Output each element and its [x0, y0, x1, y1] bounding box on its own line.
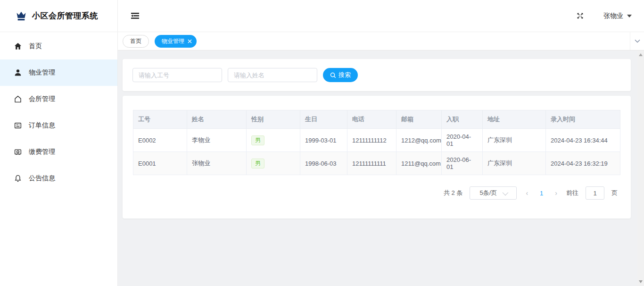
- logo: 小区会所管理系统: [0, 0, 118, 32]
- main-area: 首页 物业管理 搜索: [118, 32, 644, 286]
- tab-label: 首页: [130, 37, 141, 45]
- gender-tag: 男: [251, 159, 264, 168]
- app-title: 小区会所管理系统: [32, 10, 98, 21]
- chevron-down-icon: [503, 189, 509, 195]
- search-button[interactable]: 搜索: [323, 68, 358, 82]
- col-name: 姓名: [187, 110, 247, 129]
- prev-page-button[interactable]: ‹: [524, 189, 530, 197]
- cell-gender: 男: [247, 152, 300, 175]
- col-employee-id: 工号: [133, 110, 187, 129]
- user-icon: [14, 68, 22, 77]
- app-header: 小区会所管理系统 张物业: [0, 0, 644, 32]
- name-input[interactable]: [228, 68, 317, 82]
- pagination: 共 2 条 5条/页 ‹ 1 › 前往 页: [133, 186, 620, 200]
- sidebar-item-label: 会所管理: [29, 95, 55, 103]
- sidebar-item-home[interactable]: 首页: [0, 33, 117, 59]
- page-size-value: 5条/页: [480, 189, 497, 197]
- search-icon: [330, 72, 336, 78]
- table-row: E0002 李物业 男 1999-03-01 12111111112 1212@…: [133, 129, 620, 152]
- collapse-menu-icon[interactable]: [131, 12, 139, 19]
- col-birthday: 生日: [300, 110, 347, 129]
- cell-phone: 12111111112: [347, 129, 396, 152]
- header-toolbar: 张物业: [118, 0, 644, 32]
- tab-home[interactable]: 首页: [123, 35, 149, 48]
- scroll-down-icon[interactable]: [639, 280, 643, 283]
- sidebar-item-payments[interactable]: 缴费管理: [0, 139, 117, 165]
- cell-name: 张物业: [187, 152, 247, 175]
- search-button-label: 搜索: [339, 71, 351, 79]
- goto-page-input[interactable]: [586, 186, 604, 200]
- scroll-up-icon[interactable]: [639, 53, 643, 56]
- sidebar-item-label: 订单信息: [29, 121, 55, 130]
- table-panel: 工号 姓名 性别 生日 电话 邮箱 入职 地址 录入时间: [123, 96, 631, 219]
- sidebar-item-label: 公告信息: [29, 174, 55, 183]
- cell-phone: 12111111111: [347, 152, 396, 175]
- cell-email: 1211@qq.com: [396, 152, 442, 175]
- sidebar-item-label: 物业管理: [29, 68, 55, 77]
- col-address: 地址: [483, 110, 546, 129]
- cell-hire-date: 2020-04-01: [442, 129, 483, 152]
- total-count: 共 2 条: [444, 189, 462, 197]
- sidebar-item-label: 首页: [29, 42, 42, 50]
- sidebar: 首页 物业管理 会所管理 订单信息 缴费管理 公告信息: [0, 32, 118, 286]
- payment-icon: [14, 148, 22, 156]
- home-icon: [14, 42, 22, 50]
- cell-name: 李物业: [187, 129, 247, 152]
- tab-bar: 首页 物业管理: [118, 32, 644, 50]
- house-icon: [14, 95, 22, 103]
- gender-tag: 男: [251, 135, 264, 145]
- search-panel: 搜索: [123, 59, 631, 91]
- employee-id-input[interactable]: [132, 68, 222, 82]
- property-table: 工号 姓名 性别 生日 电话 邮箱 入职 地址 录入时间: [133, 110, 620, 175]
- cell-created-at: 2024-04-23 16:34:44: [546, 129, 620, 152]
- tab-label: 物业管理: [162, 37, 184, 45]
- tab-list-dropdown[interactable]: [630, 32, 644, 50]
- cell-email: 1212@qq.com: [396, 129, 442, 152]
- bell-icon: [14, 174, 22, 183]
- page-unit-label: 页: [611, 189, 618, 197]
- page-size-select[interactable]: 5条/页: [470, 186, 517, 200]
- sidebar-item-announcements[interactable]: 公告信息: [0, 165, 117, 192]
- cell-created-at: 2024-04-23 16:32:19: [546, 152, 620, 175]
- col-email: 邮箱: [396, 110, 442, 129]
- col-phone: 电话: [347, 110, 396, 129]
- content-area: 搜索 工号 姓名 性别 生日: [118, 50, 644, 286]
- col-hire-date: 入职: [442, 110, 483, 129]
- user-name: 张物业: [603, 12, 623, 20]
- cell-birthday: 1998-06-03: [300, 152, 347, 175]
- user-dropdown[interactable]: 张物业: [603, 12, 632, 20]
- cell-gender: 男: [247, 129, 300, 152]
- cell-birthday: 1999-03-01: [300, 129, 347, 152]
- sidebar-item-property[interactable]: 物业管理: [0, 59, 117, 86]
- sidebar-item-label: 缴费管理: [29, 148, 55, 156]
- table-row: E0001 张物业 男 1998-06-03 12111111111 1211@…: [133, 152, 620, 175]
- col-gender: 性别: [247, 110, 300, 129]
- sidebar-item-club[interactable]: 会所管理: [0, 86, 117, 112]
- cell-address: 广东深圳: [483, 152, 546, 175]
- col-created-at: 录入时间: [546, 110, 620, 129]
- caret-down-icon: [627, 15, 632, 17]
- tab-property[interactable]: 物业管理: [155, 35, 197, 48]
- cell-address: 广东深圳: [483, 129, 546, 152]
- cell-hire-date: 2020-06-01: [442, 152, 483, 175]
- page-number[interactable]: 1: [537, 190, 546, 197]
- cell-employee-id: E0002: [133, 129, 187, 152]
- sidebar-item-orders[interactable]: 订单信息: [0, 112, 117, 139]
- cell-employee-id: E0001: [133, 152, 187, 175]
- next-page-button[interactable]: ›: [553, 189, 559, 197]
- fullscreen-icon[interactable]: [577, 12, 584, 19]
- table-header-row: 工号 姓名 性别 生日 电话 邮箱 入职 地址 录入时间: [133, 110, 620, 129]
- goto-label: 前往: [566, 189, 578, 197]
- order-icon: [14, 121, 22, 130]
- close-icon[interactable]: [188, 39, 192, 43]
- crown-logo-icon: [15, 10, 27, 22]
- vertical-scrollbar[interactable]: [637, 50, 644, 286]
